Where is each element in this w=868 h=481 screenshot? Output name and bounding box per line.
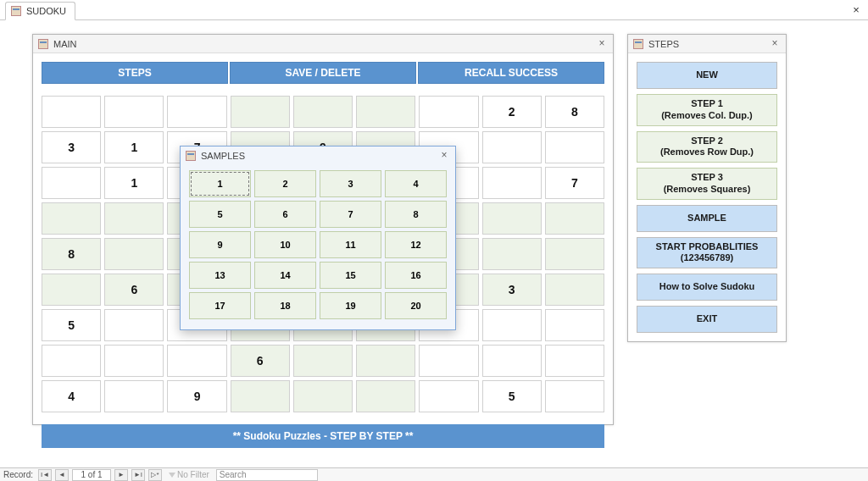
nav-prev-button[interactable]: ◄ (55, 469, 69, 481)
record-position[interactable]: 1 of 1 (72, 469, 111, 481)
samples-titlebar[interactable]: SAMPLES × (181, 147, 455, 165)
steps-header-button[interactable]: STEPS (42, 62, 228, 84)
sudoku-cell[interactable]: 6 (104, 274, 164, 306)
nav-next-button[interactable]: ► (114, 469, 128, 481)
sudoku-cell[interactable] (419, 345, 478, 377)
main-window-titlebar[interactable]: MAIN × (33, 35, 613, 53)
sudoku-cell[interactable] (293, 345, 353, 377)
sudoku-cell[interactable]: 1 (104, 167, 164, 199)
sudoku-cell[interactable] (545, 345, 604, 377)
sample-button-14[interactable]: 14 (254, 262, 316, 289)
sudoku-cell[interactable]: 8 (545, 96, 604, 128)
sample-button-19[interactable]: 19 (320, 292, 381, 319)
sudoku-cell[interactable] (104, 345, 164, 377)
sudoku-cell[interactable] (293, 380, 353, 412)
sudoku-cell[interactable]: 6 (231, 345, 290, 377)
sudoku-cell[interactable] (104, 202, 164, 235)
sudoku-cell[interactable] (293, 96, 353, 128)
exit-button[interactable]: EXIT (637, 306, 777, 333)
sudoku-cell[interactable] (42, 202, 101, 235)
sudoku-cell[interactable] (167, 96, 226, 128)
sudoku-cell[interactable] (356, 345, 415, 377)
main-close-button[interactable]: × (594, 36, 609, 50)
steps-close-button[interactable]: × (767, 36, 782, 50)
sudoku-cell[interactable] (42, 345, 101, 377)
sample-button-8[interactable]: 8 (385, 201, 447, 228)
sample-button-5[interactable]: 5 (189, 201, 251, 228)
sample-button-13[interactable]: 13 (189, 262, 251, 289)
sudoku-cell[interactable] (104, 96, 164, 128)
save-delete-header-button[interactable]: SAVE / DELETE (230, 62, 416, 84)
sudoku-cell[interactable] (231, 96, 290, 128)
sudoku-cell[interactable] (167, 345, 226, 377)
start-probabilities-button[interactable]: START PROBABLITIES (123456789) (637, 237, 777, 269)
sudoku-cell[interactable]: 8 (42, 238, 101, 270)
sudoku-cell[interactable] (356, 96, 415, 128)
sample-button-7[interactable]: 7 (320, 201, 381, 228)
sudoku-cell[interactable] (231, 380, 290, 412)
sample-button-18[interactable]: 18 (254, 292, 316, 319)
sudoku-cell[interactable] (482, 309, 542, 341)
sudoku-cell[interactable]: 2 (482, 96, 542, 128)
sudoku-cell[interactable]: 5 (482, 380, 542, 412)
how-to-solve-button[interactable]: How to Solve Sudoku (637, 274, 777, 301)
sudoku-cell[interactable] (545, 131, 604, 163)
samples-close-button[interactable]: × (437, 148, 452, 162)
nav-new-button[interactable]: ▷* (148, 469, 162, 481)
search-input[interactable]: Search (216, 469, 318, 481)
app-close-button[interactable]: × (849, 3, 863, 17)
sample-button-16[interactable]: 16 (385, 262, 447, 289)
sudoku-cell[interactable] (482, 345, 542, 377)
sudoku-cell[interactable]: 5 (42, 309, 101, 341)
sudoku-cell[interactable]: 4 (42, 380, 101, 412)
nav-last-button[interactable]: ►I (131, 469, 145, 481)
sudoku-cell[interactable] (545, 274, 604, 306)
sample-button-10[interactable]: 10 (254, 231, 316, 258)
sudoku-cell[interactable] (482, 202, 542, 235)
step2-button[interactable]: STEP 2 (Removes Row Dup.) (637, 131, 777, 163)
sudoku-cell[interactable]: 1 (104, 131, 164, 163)
new-button[interactable]: NEW (637, 62, 777, 89)
sudoku-cell[interactable] (545, 380, 604, 412)
sample-button-17[interactable]: 17 (189, 292, 251, 319)
sample-button-11[interactable]: 11 (320, 231, 381, 258)
sudoku-cell[interactable] (42, 96, 101, 128)
steps-window-titlebar[interactable]: STEPS × (628, 35, 786, 53)
sample-button-4[interactable]: 4 (385, 170, 447, 197)
sudoku-cell[interactable]: 9 (167, 380, 226, 412)
sample-button-9[interactable]: 9 (189, 231, 251, 258)
sudoku-cell[interactable] (545, 238, 604, 270)
sample-button-1[interactable]: 1 (189, 170, 251, 197)
recall-success-header-button[interactable]: RECALL SUCCESS (418, 62, 604, 84)
sudoku-cell[interactable] (104, 380, 164, 412)
sudoku-cell[interactable] (545, 202, 604, 235)
form-icon (186, 151, 196, 161)
sample-button-2[interactable]: 2 (254, 170, 316, 197)
sudoku-cell[interactable] (104, 238, 164, 270)
sample-button[interactable]: SAMPLE (637, 205, 777, 232)
sudoku-cell[interactable] (42, 274, 101, 306)
sample-button-6[interactable]: 6 (254, 201, 316, 228)
sudoku-cell[interactable]: 3 (42, 131, 101, 163)
sudoku-cell[interactable] (419, 96, 478, 128)
sudoku-cell[interactable] (482, 131, 542, 163)
step3-button[interactable]: STEP 3 (Removes Squares) (637, 168, 777, 200)
sudoku-cell[interactable] (482, 238, 542, 270)
app-tab-sudoku[interactable]: SUDOKU (5, 2, 75, 20)
sudoku-cell[interactable] (42, 167, 101, 199)
record-navigator: Record: I◄ ◄ 1 of 1 ► ►I ▷* No Filter Se… (0, 467, 868, 481)
sudoku-cell[interactable] (356, 380, 415, 412)
sudoku-cell[interactable] (419, 380, 478, 412)
samples-grid: 1234567891011121314151617181920 (189, 170, 447, 319)
sudoku-cell[interactable] (482, 167, 542, 199)
nav-first-button[interactable]: I◄ (38, 469, 52, 481)
sudoku-cell[interactable] (104, 309, 164, 341)
sudoku-cell[interactable]: 3 (482, 274, 542, 306)
step1-button[interactable]: STEP 1 (Removes Col. Dup.) (637, 94, 777, 126)
sample-button-12[interactable]: 12 (385, 231, 447, 258)
sample-button-15[interactable]: 15 (320, 262, 381, 289)
sudoku-cell[interactable]: 7 (545, 167, 604, 199)
sample-button-3[interactable]: 3 (320, 170, 381, 197)
sudoku-cell[interactable] (545, 309, 604, 341)
sample-button-20[interactable]: 20 (385, 292, 447, 319)
